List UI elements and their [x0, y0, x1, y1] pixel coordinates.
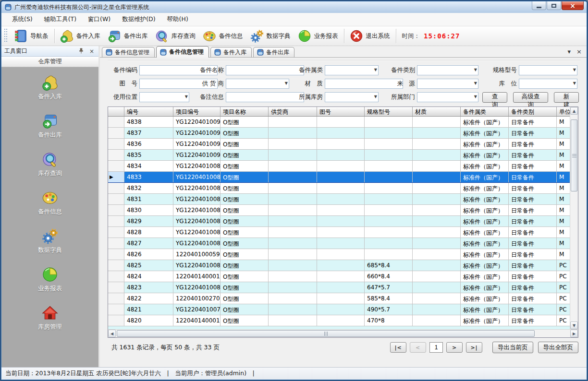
menu-system[interactable]: 系统(S) — [6, 13, 38, 25]
table-row[interactable]: ▶ 4829 YG12204010084 O型圈 标准件（国产） 日常备件 M — [108, 216, 570, 227]
page-number-input[interactable] — [429, 342, 443, 353]
minimize-button[interactable] — [532, 1, 546, 10]
table-row[interactable]: ▶ 4822 1220401002700 O型圈 585*8.4 标准件（国产）… — [108, 293, 570, 304]
table-row[interactable]: ▶ 4837 YG12204010092 O型圈 标准件（国产） 日常备件 M — [108, 128, 570, 139]
location-dropdown[interactable]: ▼ — [519, 79, 577, 89]
chevron-down-icon[interactable]: ▾ — [568, 48, 571, 55]
pin-icon[interactable] — [77, 48, 85, 54]
close-button[interactable]: × — [562, 1, 584, 10]
tab-parts-inbound[interactable]: 备件入库 — [210, 47, 252, 57]
row-selector-cell[interactable]: ▶ — [108, 216, 124, 226]
tab-parts-outbound[interactable]: 备件出库 — [253, 47, 294, 57]
menu-help[interactable]: 帮助(H) — [161, 13, 194, 25]
titlebar[interactable]: 广州爱奇迪软件科技有限公司-深田之星仓库管理系统 × — [1, 1, 587, 13]
vertical-scroll-track[interactable] — [570, 115, 578, 321]
menu-aux-tools[interactable]: 辅助工具(T) — [38, 13, 82, 25]
spec-model-dropdown[interactable]: ▼ — [519, 65, 577, 75]
row-selector-cell[interactable]: ▶ — [108, 282, 124, 293]
sidebar-item-parts-info[interactable]: 备件信息 — [1, 189, 98, 216]
row-selector-cell[interactable]: ▶ — [108, 139, 124, 149]
table-row[interactable]: ▶ 4830 YG12204010085 O型圈 标准件（国产） 日常备件 M — [108, 205, 570, 216]
advanced-query-button[interactable]: 高级查询 — [513, 92, 549, 103]
part-category-dropdown[interactable]: ▼ — [417, 65, 478, 75]
row-selector-cell[interactable]: ▶ — [108, 293, 124, 304]
last-page-button[interactable]: >| — [466, 342, 482, 353]
row-selector-cell[interactable]: ▶ — [108, 271, 124, 282]
row-selector-cell[interactable]: ▶ — [108, 238, 124, 249]
table-row[interactable]: ▶ 4834 YG12204010089 O型圈 标准件（国产） 日常备件 M — [108, 161, 570, 172]
sidebar-group-warehouse[interactable]: 仓库管理 — [1, 57, 98, 67]
scroll-down-icon[interactable]: ▼ — [570, 321, 578, 329]
export-all-pages-button[interactable]: 导出全部页 — [538, 342, 579, 353]
row-selector-cell[interactable]: ▶ — [108, 194, 124, 204]
part-attr-dropdown[interactable]: ▼ — [325, 65, 379, 75]
row-selector-cell[interactable]: ▶ — [108, 117, 124, 127]
department-dropdown[interactable]: ▼ — [417, 92, 478, 102]
col-row-selector[interactable] — [108, 107, 124, 116]
col-type[interactable]: 备件类别 — [509, 107, 557, 116]
row-selector-cell[interactable]: ▶ — [108, 227, 124, 238]
toolbar-parts-outbound-button[interactable]: 备件出库 — [104, 27, 152, 45]
scroll-left-icon[interactable]: ◀ — [108, 330, 116, 337]
sidebar-item-data-dictionary[interactable]: 数据字典 — [1, 227, 98, 254]
row-selector-cell[interactable]: ▶ — [108, 304, 124, 315]
sidebar-item-inventory-query[interactable]: 库存查询 — [1, 151, 98, 178]
sidebar-item-parts-inbound[interactable]: 备件入库 — [1, 74, 98, 101]
table-row[interactable]: ▶ 4827 YG12204010082 O型圈 标准件（国产） 日常备件 M — [108, 238, 570, 249]
row-selector-cell[interactable]: ▶ — [108, 260, 124, 271]
scroll-up-icon[interactable]: ▲ — [570, 107, 578, 115]
table-row[interactable]: ▶ 4838 YG12204010093 O型圈 标准件（国产） 日常备件 M — [108, 117, 570, 128]
scroll-right-icon[interactable]: ▶ — [570, 330, 578, 337]
row-selector-cell[interactable]: ▶ — [108, 183, 124, 193]
col-drawing-no[interactable]: 图号 — [317, 107, 365, 116]
use-position-dropdown[interactable]: ▼ — [139, 92, 189, 102]
row-selector-cell[interactable]: ▶ — [108, 315, 124, 326]
table-row[interactable]: ▶ 4825 YG12204010081 O型圈 685*8.4 标准件（国产）… — [108, 260, 570, 271]
sidebar-item-warehouse-mgmt[interactable]: 库房管理 — [1, 304, 98, 331]
row-selector-cell[interactable]: ▶ — [108, 150, 124, 160]
sidebar-item-parts-outbound[interactable]: 备件出库 — [1, 112, 98, 139]
tab-parts-info-mgmt-2[interactable]: 备件信息管理 — [156, 46, 209, 58]
horizontal-scroll-thumb[interactable] — [117, 330, 535, 337]
part-name-input[interactable] — [226, 65, 304, 75]
col-id[interactable]: 编号 — [124, 107, 173, 116]
supplier-dropdown[interactable]: ▼ — [226, 79, 289, 89]
toolbar-navbar-button[interactable]: 导航条 — [11, 27, 52, 45]
table-row[interactable]: ▶ 4821 YG12204010079 O型圈 490*5.7 标准件（国产）… — [108, 304, 570, 315]
row-selector-cell[interactable]: ▶ — [108, 161, 124, 171]
source-dropdown[interactable]: ▼ — [417, 79, 478, 89]
toolbar-business-report-button[interactable]: 业务报表 — [294, 27, 342, 45]
row-selector-cell[interactable]: ▶ — [108, 249, 124, 260]
next-page-button[interactable]: > — [446, 342, 463, 353]
row-selector-cell[interactable]: ▶ — [108, 172, 124, 182]
table-row[interactable]: ▶ 4826 1220401000599 O型圈 标准件（国产） 日常备件 M — [108, 249, 570, 260]
toolbar-data-dictionary-button[interactable]: 数据字典 — [247, 27, 294, 45]
col-material[interactable]: 材质 — [413, 107, 461, 116]
table-row[interactable]: ▶ 4835 YG12204010090 O型圈 标准件（国产） 日常备件 M — [108, 150, 570, 161]
tab-parts-info-mgmt-1[interactable]: 备件信息管理 — [102, 47, 155, 57]
table-row[interactable]: ▶ 4833 YG12204010088 O型圈 标准件（国产） 日常备件 M — [108, 172, 570, 183]
remark-input[interactable] — [226, 92, 304, 102]
row-selector-cell[interactable]: ▶ — [108, 205, 124, 215]
toolbar-exit-button[interactable]: 退出系统 — [346, 27, 394, 45]
table-row[interactable]: ▶ 4828 YG12204010083 O型圈 标准件（国产） 日常备件 M — [108, 227, 570, 238]
export-current-page-button[interactable]: 导出当前页 — [492, 342, 533, 353]
toolbar-parts-info-button[interactable]: 备件信息 — [199, 27, 247, 45]
maximize-button[interactable] — [547, 1, 561, 10]
vertical-scroll-thumb[interactable] — [571, 119, 577, 191]
first-page-button[interactable]: |< — [390, 342, 406, 353]
horizontal-scrollbar[interactable]: ◀ ▶ — [108, 329, 578, 337]
vertical-scrollbar[interactable]: ▲ ▼ — [570, 107, 578, 329]
col-category[interactable]: 备件属类 — [461, 107, 509, 116]
row-selector-cell[interactable]: ▶ — [108, 128, 124, 138]
sidebar-item-business-report[interactable]: 业务报表 — [1, 266, 98, 293]
toolbar-inventory-query-button[interactable]: 库存查询 — [152, 27, 199, 45]
col-project-no[interactable]: 项目编号 — [173, 107, 220, 116]
warehouse-dropdown[interactable]: ▼ — [325, 92, 379, 102]
toolbar-grip[interactable] — [4, 29, 8, 43]
table-row[interactable]: ▶ 4823 YG12204010080 O型圈 647*5.7 标准件（国产）… — [108, 282, 570, 293]
col-unit[interactable]: 单位 — [557, 107, 570, 116]
prev-page-button[interactable]: < — [410, 342, 426, 353]
col-project-name[interactable]: 项目名称 — [220, 107, 269, 116]
table-row[interactable]: ▶ 4836 YG12204010091 O型圈 标准件（国产） 日常备件 M — [108, 139, 570, 150]
